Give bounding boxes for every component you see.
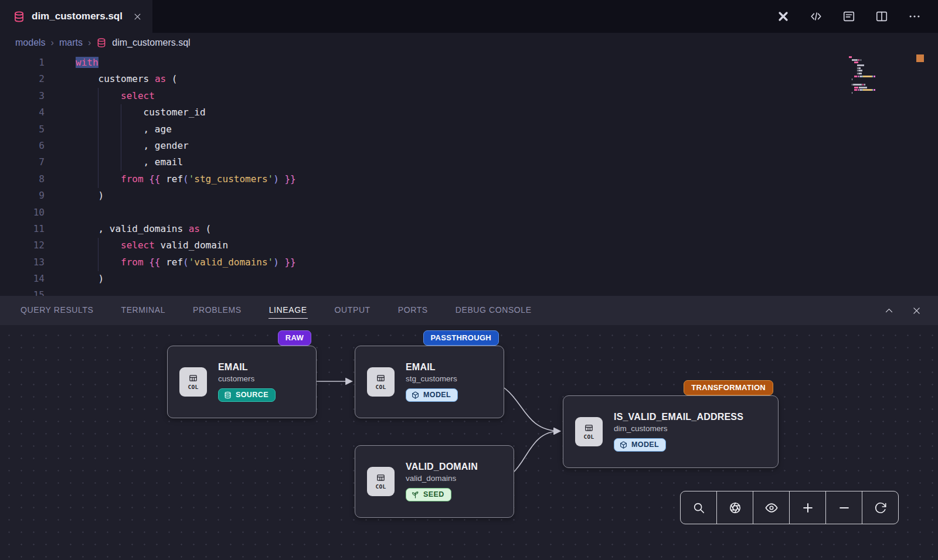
line-number: 7 [0,154,45,170]
code-line[interactable]: , age [76,121,938,138]
minimap-line [849,84,908,86]
editor-tab[interactable]: dim_customers.sql [0,0,152,33]
line-number: 5 [0,121,45,138]
line-number: 4 [0,104,45,121]
panel-tab-problems[interactable]: PROBLEMS [192,296,242,325]
code-line[interactable]: select valid_domain [76,237,938,254]
code-line[interactable] [76,287,938,296]
dbt-file-icon [96,37,107,48]
cube-icon [412,391,419,399]
database-icon [224,391,232,399]
refresh-button[interactable] [862,491,898,524]
line-number: 1 [0,54,45,71]
minimap-line [849,67,908,69]
panel-actions [884,306,922,316]
zoom-out-icon [838,501,851,514]
code-line[interactable]: ) [76,187,938,204]
minimap-line [849,59,908,61]
node-title: IS_VALID_EMAIL_ADDRESS [614,412,743,422]
dbt-power-user-icon[interactable] [776,9,790,23]
panel-tab-output[interactable]: OUTPUT [334,296,371,325]
breadcrumb-item-marts[interactable]: marts [59,37,83,48]
line-number: 2 [0,71,45,87]
node-badge-seed[interactable]: SEED [406,488,451,501]
minimap-line [849,70,908,71]
lineage-node-dim_customers[interactable]: TRANSFORMATIONCOLIS_VALID_EMAIL_ADDRESSd… [563,395,779,468]
eye-icon [765,501,778,514]
code-line[interactable]: ) [76,271,938,287]
line-number: 13 [0,254,45,271]
code-line[interactable]: , gender [76,138,938,154]
code-line[interactable]: customers as ( [76,71,938,87]
line-number: 12 [0,237,45,254]
line-number: 8 [0,171,45,187]
indent-guide [98,238,98,271]
more-actions-icon[interactable] [908,9,922,23]
node-badge-model[interactable]: MODEL [614,438,666,452]
search-button[interactable] [681,491,717,524]
minimap-line [849,56,908,58]
minimap-marker [916,54,924,62]
line-number: 6 [0,138,45,154]
line-number: 10 [0,204,45,221]
code-line[interactable]: from {{ ref('valid_domains') }} [76,254,938,271]
breadcrumb-separator: › [88,37,91,48]
node-title: VALID_DOMAIN [406,462,478,472]
minimap-line [849,64,908,66]
split-editor-icon[interactable] [875,9,889,23]
code-editor[interactable]: 123456789101112131415 with customers as … [0,53,938,296]
minimap-line [849,87,908,88]
lineage-node-customers[interactable]: RAWCOLEMAILcustomersSOURCE [167,346,317,418]
minimap-line [849,89,908,91]
code-line[interactable] [76,204,938,221]
column-chip: COL [575,417,603,446]
minimap-line [849,92,908,94]
panel-tab-query-results[interactable]: QUERY RESULTS [20,296,94,325]
search-icon [692,501,705,514]
aperture-button[interactable] [717,491,753,524]
lineage-node-stg_customers[interactable]: PASSTHROUGHCOLEMAILstg_customersMODEL [355,346,504,418]
line-number: 9 [0,187,45,204]
code-line[interactable]: with [76,54,938,71]
zoom-in-icon [801,501,814,514]
panel-tab-ports[interactable]: PORTS [397,296,429,325]
panel-tab-debug-console[interactable]: DEBUG CONSOLE [455,296,532,325]
line-number: 11 [0,221,45,237]
zoom-out-button[interactable] [826,491,862,524]
code-line[interactable]: , email [76,154,938,170]
line-number: 14 [0,271,45,287]
line-number: 3 [0,88,45,104]
node-badge-model[interactable]: MODEL [406,388,458,402]
node-title: EMAIL [218,362,248,373]
lineage-node-valid_domains[interactable]: COLVALID_DOMAINvalid_domainsSEED [355,445,514,518]
code-line[interactable]: , valid_domains as ( [76,221,938,237]
close-tab-icon[interactable] [133,12,142,21]
breadcrumb-file[interactable]: dim_customers.sql [112,37,190,48]
lineage-canvas[interactable]: RAWCOLEMAILcustomersSOURCEPASSTHROUGHCOL… [0,325,938,560]
node-subtitle: valid_domains [406,474,456,483]
code-line[interactable]: from {{ ref('stg_customers') }} [76,171,938,187]
preview-icon[interactable] [842,9,856,23]
panel-tab-terminal[interactable]: TERMINAL [121,296,166,325]
panel-tabs: QUERY RESULTSTERMINALPROBLEMSLINEAGEOUTP… [20,296,532,325]
code-line[interactable]: customer_id [76,104,938,121]
breadcrumb-item-models[interactable]: models [15,37,46,48]
node-title: EMAIL [406,362,436,373]
line-number: 15 [0,287,45,296]
zoom-in-button[interactable] [790,491,826,524]
node-badge-source[interactable]: SOURCE [218,388,276,402]
cube-icon [620,441,627,449]
breadcrumb-separator: › [51,37,54,48]
code-lines[interactable]: with customers as ( select customer_id ,… [59,53,938,296]
code-line[interactable]: select [76,88,938,104]
breadcrumb: models › marts › dim_customers.sql [0,33,938,53]
seed-icon [412,491,419,498]
panel-tab-lineage[interactable]: LINEAGE [269,296,308,325]
collapse-panel-icon[interactable] [884,306,894,316]
close-panel-icon[interactable] [912,306,922,316]
code-icon[interactable] [809,9,823,23]
eye-button[interactable] [753,491,790,524]
minimap-line [849,62,908,63]
minimap[interactable] [849,56,908,97]
panel-tab-bar: QUERY RESULTSTERMINALPROBLEMSLINEAGEOUTP… [0,296,938,325]
